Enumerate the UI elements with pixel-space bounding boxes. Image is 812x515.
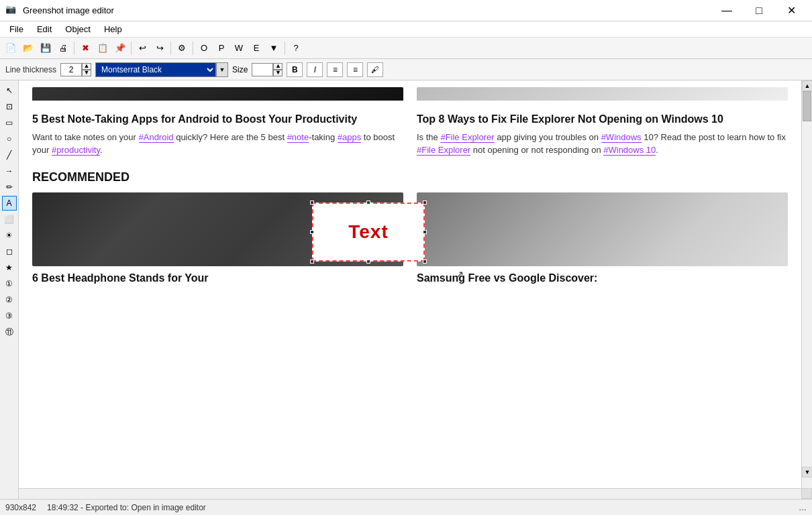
tool-step4[interactable]: ⑪ xyxy=(2,325,17,339)
font-dropdown-btn[interactable]: ▼ xyxy=(216,62,228,77)
undo-button[interactable]: ↩ xyxy=(134,40,150,56)
handle-top-right[interactable] xyxy=(423,201,427,205)
menu-edit[interactable]: Edit xyxy=(30,23,58,36)
left-toolbar: ↖ ⊡ ▭ ○ ╱ → ✏ A ⬜ ☀ ◻ ★ ① ② ③ ⑪ xyxy=(0,80,19,499)
article-4-title: Samsung Free vs Google Discover: xyxy=(417,272,788,286)
horizontal-scrollbar[interactable] xyxy=(19,488,801,499)
article-2-title: Top 8 Ways to Fix File Explorer Not Open… xyxy=(417,113,788,127)
link-windows-10[interactable]: #Windows 10 xyxy=(603,145,656,156)
line-thickness-down[interactable]: ▼ xyxy=(82,70,91,76)
line-thickness-input[interactable] xyxy=(60,63,82,76)
italic-button[interactable]: I xyxy=(307,62,323,77)
scroll-down-btn[interactable]: ▼ xyxy=(802,467,812,477)
font-size-input[interactable] xyxy=(252,63,273,76)
app-icon: 📷 xyxy=(5,4,19,17)
minimize-button[interactable]: — xyxy=(711,0,742,21)
img-top-right xyxy=(417,87,788,101)
article-1-title: 5 Best Note-Taking Apps for Android to B… xyxy=(32,113,403,127)
canvas-area[interactable]: 5 Best Note-Taking Apps for Android to B… xyxy=(19,80,812,499)
scroll-thumb-vertical[interactable] xyxy=(803,91,811,121)
vertical-scrollbar[interactable]: ▲ ▼ xyxy=(801,80,812,488)
link-note[interactable]: #note xyxy=(287,132,309,143)
link-file-explorer-1[interactable]: #File Explorer xyxy=(440,132,494,143)
tool-line[interactable]: ╱ xyxy=(2,148,17,162)
line-thickness-label: Line thickness xyxy=(5,65,56,74)
menu-object[interactable]: Object xyxy=(58,23,97,36)
text-box-dashed-border: Text xyxy=(312,203,425,262)
handle-mid-right[interactable] xyxy=(423,230,427,234)
close-button[interactable]: ✕ xyxy=(776,0,807,21)
properties-toolbar: Line thickness ▲ ▼ Montserrat Black ▼ Si… xyxy=(0,59,812,80)
window-title: Greenshot image editor xyxy=(23,5,711,15)
save-button[interactable]: 💾 xyxy=(38,40,54,56)
redo-button[interactable]: ↪ xyxy=(152,40,168,56)
tool-cursor[interactable]: ↖ xyxy=(2,83,17,98)
menu-help[interactable]: Help xyxy=(97,23,129,36)
tool-text[interactable]: A xyxy=(2,196,17,211)
text-box-container[interactable]: Text xyxy=(312,203,425,262)
status-dots: … xyxy=(799,503,807,512)
line-thickness-spinner[interactable]: ▲ ▼ xyxy=(60,63,91,76)
content-wrapper: 5 Best Note-Taking Apps for Android to B… xyxy=(19,80,801,290)
window-controls: — □ ✕ xyxy=(711,0,807,21)
handle-bottom-right[interactable] xyxy=(423,260,427,264)
tool-highlight[interactable]: ☀ xyxy=(2,228,17,243)
handle-bottom-mid[interactable] xyxy=(366,260,370,264)
bold-button[interactable]: B xyxy=(287,62,303,77)
print-button[interactable]: 🖨 xyxy=(55,40,71,56)
maximize-button[interactable]: □ xyxy=(744,0,774,21)
separator-3 xyxy=(170,42,171,55)
plugin4-button[interactable]: E xyxy=(248,40,264,56)
plugin1-button[interactable]: O xyxy=(196,40,212,56)
font-size-down[interactable]: ▼ xyxy=(273,70,283,76)
tool-step2[interactable]: ② xyxy=(2,292,17,307)
link-file-explorer-2[interactable]: #File Explorer xyxy=(417,145,470,156)
line-thickness-up[interactable]: ▲ xyxy=(82,63,91,70)
handle-bottom-left[interactable] xyxy=(310,260,314,264)
article-2: Top 8 Ways to Fix File Explorer Not Open… xyxy=(417,107,788,157)
help-button[interactable]: ? xyxy=(288,40,304,56)
align-button[interactable]: ≡ xyxy=(327,62,343,77)
handle-top-mid[interactable] xyxy=(366,201,370,205)
top-images xyxy=(32,87,788,101)
link-windows-1[interactable]: #Windows xyxy=(601,132,642,143)
article-4-image xyxy=(417,192,788,266)
delete-button[interactable]: ✖ xyxy=(77,40,93,56)
handle-mid-left[interactable] xyxy=(310,230,314,234)
plugin5-button[interactable]: ▼ xyxy=(266,40,282,56)
font-name-container: Montserrat Black ▼ xyxy=(95,62,228,77)
separator-2 xyxy=(131,42,132,55)
copy-button[interactable]: 📋 xyxy=(95,40,111,56)
separator-5 xyxy=(285,42,285,55)
menu-file[interactable]: File xyxy=(3,23,30,36)
plugin3-button[interactable]: W xyxy=(231,40,247,56)
tool-step1[interactable]: ① xyxy=(2,276,17,291)
handle-top-left[interactable] xyxy=(310,201,314,205)
tool-pencil[interactable]: ✏ xyxy=(2,180,17,194)
tool-stamp[interactable]: ★ xyxy=(2,260,17,275)
open-button[interactable]: 📂 xyxy=(20,40,36,56)
link-apps[interactable]: #apps xyxy=(338,132,361,143)
status-bar: 930x842 18:49:32 - Exported to: Open in … xyxy=(0,499,812,515)
link-android[interactable]: #Android xyxy=(139,132,174,143)
tool-step3[interactable]: ③ xyxy=(2,308,17,323)
color-button[interactable]: 🖋 xyxy=(367,62,383,77)
tool-rect[interactable]: ▭ xyxy=(2,115,17,130)
import-button[interactable]: ⚙ xyxy=(174,40,190,56)
new-button[interactable]: 📄 xyxy=(3,40,19,56)
font-size-up[interactable]: ▲ xyxy=(273,63,283,70)
text-box-label[interactable]: Text xyxy=(348,221,389,243)
line-thickness-spinner-buttons: ▲ ▼ xyxy=(82,63,91,76)
align2-button[interactable]: ≡ xyxy=(347,62,363,77)
paste-button[interactable]: 📌 xyxy=(112,40,128,56)
scroll-up-btn[interactable]: ▲ xyxy=(802,80,812,91)
tool-blur[interactable]: ⬜ xyxy=(2,212,17,227)
tool-ellipse[interactable]: ○ xyxy=(2,131,17,146)
tool-eraser[interactable]: ◻ xyxy=(2,244,17,259)
tool-arrow[interactable]: → xyxy=(2,164,17,178)
separator-1 xyxy=(74,42,74,55)
plugin2-button[interactable]: P xyxy=(213,40,230,56)
link-productivity[interactable]: #productivity xyxy=(52,145,100,156)
font-name-select[interactable]: Montserrat Black xyxy=(95,62,216,77)
tool-crop[interactable]: ⊡ xyxy=(2,99,17,114)
